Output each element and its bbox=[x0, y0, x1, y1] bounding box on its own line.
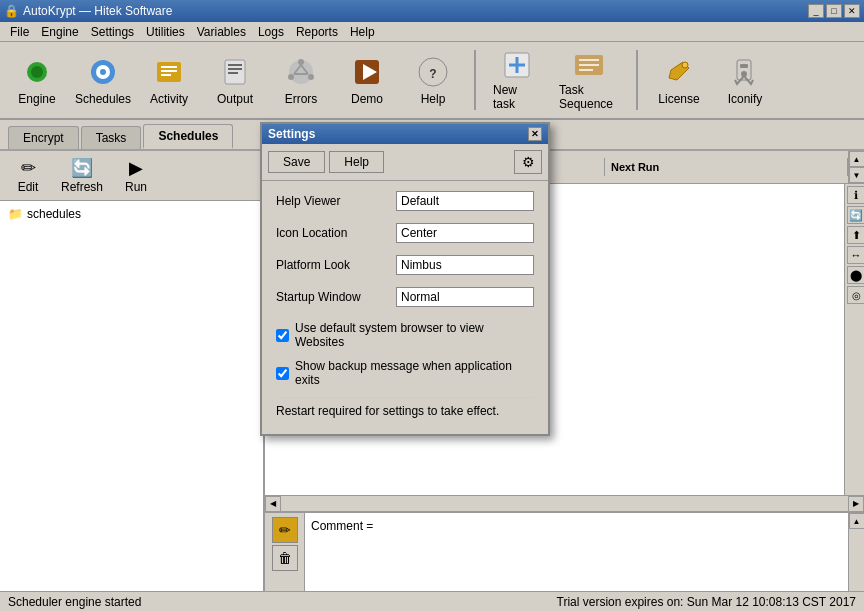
comment-label: Comment = bbox=[311, 519, 373, 533]
bottom-scrollbar-h[interactable]: ◀ ▶ bbox=[265, 495, 864, 511]
dialog-help-button[interactable]: Help bbox=[329, 151, 384, 173]
menu-utilities[interactable]: Utilities bbox=[140, 23, 191, 41]
menu-variables[interactable]: Variables bbox=[191, 23, 252, 41]
dialog-close-button[interactable]: ✕ bbox=[528, 127, 542, 141]
circle-icon-btn[interactable]: ⬤ bbox=[847, 266, 864, 284]
info-icon-btn[interactable]: ℹ bbox=[847, 186, 864, 204]
toolbar-schedules[interactable]: Schedules bbox=[74, 46, 132, 114]
platform-look-label: Platform Look bbox=[276, 258, 396, 272]
help-viewer-label: Help Viewer bbox=[276, 194, 396, 208]
folder-icon: 📁 bbox=[8, 207, 23, 221]
app-icon: 🔒 bbox=[4, 4, 19, 18]
toolbar-output[interactable]: Output bbox=[206, 46, 264, 114]
run-label: Run bbox=[125, 180, 147, 194]
swap-icon-btn[interactable]: ↔ bbox=[847, 246, 864, 264]
left-panel: ✏ Edit 🔄 Refresh ▶ Run 📁 schedules bbox=[0, 151, 265, 611]
close-button[interactable]: ✕ bbox=[844, 4, 860, 18]
platform-look-select-wrapper: Nimbus Windows Metal Motif bbox=[396, 255, 534, 275]
help-icon: ? bbox=[415, 54, 451, 90]
svg-text:?: ? bbox=[429, 67, 436, 81]
help-viewer-select-wrapper: Default Browser Internal bbox=[396, 191, 534, 211]
col-next-run: Next Run bbox=[605, 158, 848, 176]
scroll-left-2-btn[interactable]: ◀ bbox=[265, 496, 281, 512]
iconify-label: Iconify bbox=[728, 92, 763, 106]
restart-note-text: Restart required for settings to take ef… bbox=[276, 404, 499, 418]
tab-tasks[interactable]: Tasks bbox=[81, 126, 142, 149]
svg-point-15 bbox=[308, 74, 314, 80]
tasksequence-icon bbox=[571, 49, 607, 81]
scroll-right-2-btn[interactable]: ▶ bbox=[848, 496, 864, 512]
toolbar-license[interactable]: License bbox=[650, 46, 708, 114]
demo-label: Demo bbox=[351, 92, 383, 106]
title-bar: 🔒 AutoKrypt — Hitek Software _ □ ✕ bbox=[0, 0, 864, 22]
dialog-content: Help Viewer Default Browser Internal Ico… bbox=[262, 181, 548, 434]
menu-settings[interactable]: Settings bbox=[85, 23, 140, 41]
menu-logs[interactable]: Logs bbox=[252, 23, 290, 41]
output-icon bbox=[217, 54, 253, 90]
status-left: Scheduler engine started bbox=[8, 595, 141, 609]
settings-dialog: Settings ✕ Save Help ⚙ Help Viewer Defau… bbox=[260, 122, 550, 436]
startup-window-select[interactable]: Normal Minimized Maximized bbox=[396, 287, 534, 307]
up-icon-btn[interactable]: ⬆ bbox=[847, 226, 864, 244]
tree-item-schedules[interactable]: 📁 schedules bbox=[4, 205, 259, 223]
icon-location-row: Icon Location Center Left Right bbox=[276, 223, 534, 243]
toolbar-errors[interactable]: Errors bbox=[272, 46, 330, 114]
scroll-down-btn[interactable]: ▼ bbox=[849, 167, 865, 183]
toolbar-demo[interactable]: Demo bbox=[338, 46, 396, 114]
default-browser-checkbox[interactable] bbox=[276, 329, 289, 342]
toolbar: Engine Schedules Activity bbox=[0, 42, 864, 120]
edit-icon: ✏ bbox=[21, 157, 36, 179]
dialog-settings-icon[interactable]: ⚙ bbox=[514, 150, 542, 174]
tab-encrypt[interactable]: Encrypt bbox=[8, 126, 79, 149]
toolbar-help[interactable]: ? Help bbox=[404, 46, 462, 114]
engine-icon bbox=[19, 54, 55, 90]
status-right: Trial version expires on: Sun Mar 12 10:… bbox=[557, 595, 857, 609]
svg-rect-11 bbox=[228, 68, 242, 70]
edit-button[interactable]: ✏ Edit bbox=[4, 155, 52, 196]
run-button[interactable]: ▶ Run bbox=[112, 155, 160, 196]
comment-scroll-up[interactable]: ▲ bbox=[849, 513, 865, 529]
backup-message-row: Show backup message when application exi… bbox=[276, 359, 534, 387]
restart-note: Restart required for settings to take ef… bbox=[276, 397, 534, 424]
toolbar-engine[interactable]: Engine bbox=[8, 46, 66, 114]
dialog-titlebar: Settings ✕ bbox=[262, 124, 548, 144]
demo-icon bbox=[349, 54, 385, 90]
output-label: Output bbox=[217, 92, 253, 106]
newtask-label: New task bbox=[493, 83, 541, 111]
icon-location-select[interactable]: Center Left Right bbox=[396, 223, 534, 243]
bottom-edit-icon[interactable]: ✏ bbox=[272, 517, 298, 543]
toolbar-newtask[interactable]: New task bbox=[488, 46, 546, 114]
status-bar: Scheduler engine started Trial version e… bbox=[0, 591, 864, 611]
target-icon-btn[interactable]: ◎ bbox=[847, 286, 864, 304]
svg-rect-7 bbox=[161, 70, 177, 72]
svg-point-14 bbox=[298, 59, 304, 65]
right-scrollbar-v[interactable]: ▲ ▼ bbox=[848, 151, 864, 183]
svg-point-31 bbox=[682, 62, 688, 68]
bottom-delete-icon[interactable]: 🗑 bbox=[272, 545, 298, 571]
sync-icon-btn[interactable]: 🔄 bbox=[847, 206, 864, 224]
menu-engine[interactable]: Engine bbox=[35, 23, 84, 41]
help-viewer-row: Help Viewer Default Browser Internal bbox=[276, 191, 534, 211]
license-icon bbox=[661, 54, 697, 90]
svg-point-16 bbox=[288, 74, 294, 80]
right-icon-strip: ℹ 🔄 ⬆ ↔ ⬤ ◎ bbox=[844, 184, 864, 495]
tab-schedules[interactable]: Schedules bbox=[143, 124, 233, 149]
toolbar-tasksequence[interactable]: Task Sequence bbox=[554, 46, 624, 114]
schedules-folder-label: schedules bbox=[27, 207, 81, 221]
minimize-button[interactable]: _ bbox=[808, 4, 824, 18]
scroll-up-btn[interactable]: ▲ bbox=[849, 151, 865, 167]
svg-rect-10 bbox=[228, 64, 242, 66]
maximize-button[interactable]: □ bbox=[826, 4, 842, 18]
menu-reports[interactable]: Reports bbox=[290, 23, 344, 41]
toolbar-activity[interactable]: Activity bbox=[140, 46, 198, 114]
backup-message-checkbox[interactable] bbox=[276, 367, 289, 380]
menu-help[interactable]: Help bbox=[344, 23, 381, 41]
help-viewer-select[interactable]: Default Browser Internal bbox=[396, 191, 534, 211]
menu-file[interactable]: File bbox=[4, 23, 35, 41]
refresh-button[interactable]: 🔄 Refresh bbox=[58, 155, 106, 196]
platform-look-select[interactable]: Nimbus Windows Metal Motif bbox=[396, 255, 534, 275]
svg-point-4 bbox=[100, 69, 106, 75]
menu-bar: File Engine Settings Utilities Variables… bbox=[0, 22, 864, 42]
toolbar-iconify[interactable]: Iconify bbox=[716, 46, 774, 114]
dialog-save-button[interactable]: Save bbox=[268, 151, 325, 173]
